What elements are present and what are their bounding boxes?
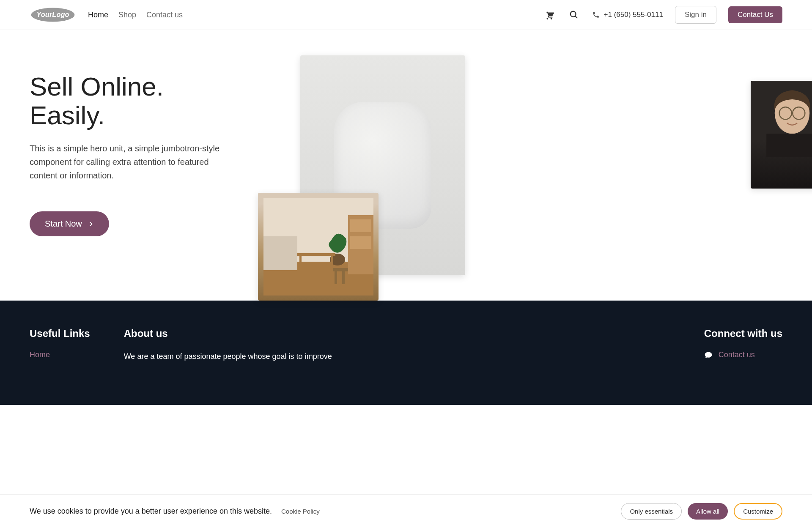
hero-divider: [30, 196, 224, 196]
hero-title: Sell Online. Easily.: [30, 72, 233, 130]
svg-rect-8: [766, 134, 812, 157]
svg-line-3: [575, 16, 577, 19]
footer-contact-link[interactable]: Contact us: [719, 350, 755, 359]
connect-row: Contact us: [704, 350, 782, 359]
hero-description: This is a simple hero unit, a simple jum…: [30, 142, 224, 182]
nav-shop[interactable]: Shop: [118, 11, 136, 19]
about-text: We are a team of passionate people whose…: [124, 350, 344, 363]
svg-rect-13: [350, 219, 371, 232]
header-right: +1 (650) 555-0111 Sign in Contact Us: [543, 6, 782, 24]
footer-useful-links: Useful Links Home: [30, 328, 90, 363]
footer-connect: Connect with us Contact us: [704, 328, 782, 363]
site-footer: Useful Links Home About us We are a team…: [0, 301, 812, 405]
signin-button[interactable]: Sign in: [675, 6, 716, 24]
hero-image-room: [258, 193, 379, 301]
cart-icon[interactable]: [543, 8, 556, 21]
svg-rect-14: [350, 236, 371, 249]
svg-rect-15: [331, 268, 348, 271]
footer-about: About us We are a team of passionate peo…: [124, 328, 344, 363]
svg-rect-17: [342, 271, 345, 284]
about-title: About us: [124, 328, 344, 339]
svg-text:YourLogo: YourLogo: [36, 11, 69, 19]
connect-title: Connect with us: [704, 328, 782, 339]
svg-rect-20: [299, 256, 302, 275]
start-now-button[interactable]: Start Now: [30, 211, 109, 236]
hero-image-person: [751, 81, 812, 189]
svg-rect-21: [331, 256, 333, 275]
footer-columns: Useful Links Home About us We are a team…: [30, 328, 782, 363]
hero-text: Sell Online. Easily. This is a simple he…: [30, 55, 233, 284]
hero-images: [250, 55, 782, 284]
chevron-right-icon: [88, 221, 94, 227]
hero-title-line2: Easily.: [30, 101, 105, 130]
footer-link-home[interactable]: Home: [30, 350, 90, 359]
hero-section: Sell Online. Easily. This is a simple he…: [0, 30, 812, 284]
logo[interactable]: YourLogo: [30, 7, 76, 23]
phone-number[interactable]: +1 (650) 555-0111: [604, 11, 663, 19]
svg-rect-19: [297, 253, 335, 256]
svg-rect-16: [335, 271, 337, 284]
nav-contact[interactable]: Contact us: [146, 11, 183, 19]
phone-group: +1 (650) 555-0111: [592, 11, 663, 19]
speech-bubble-icon: [704, 351, 713, 359]
svg-point-2: [570, 11, 576, 17]
header-left: YourLogo Home Shop Contact us: [30, 7, 183, 23]
search-icon[interactable]: [568, 8, 580, 21]
main-nav: Home Shop Contact us: [88, 11, 183, 19]
svg-rect-11: [263, 236, 297, 270]
cta-label: Start Now: [45, 219, 82, 229]
nav-home[interactable]: Home: [88, 11, 108, 19]
site-header: YourLogo Home Shop Contact us +1 (650) 5…: [0, 0, 812, 30]
contact-us-button[interactable]: Contact Us: [728, 6, 782, 23]
useful-links-title: Useful Links: [30, 328, 90, 339]
phone-icon: [592, 11, 600, 19]
hero-title-line1: Sell Online.: [30, 72, 164, 101]
